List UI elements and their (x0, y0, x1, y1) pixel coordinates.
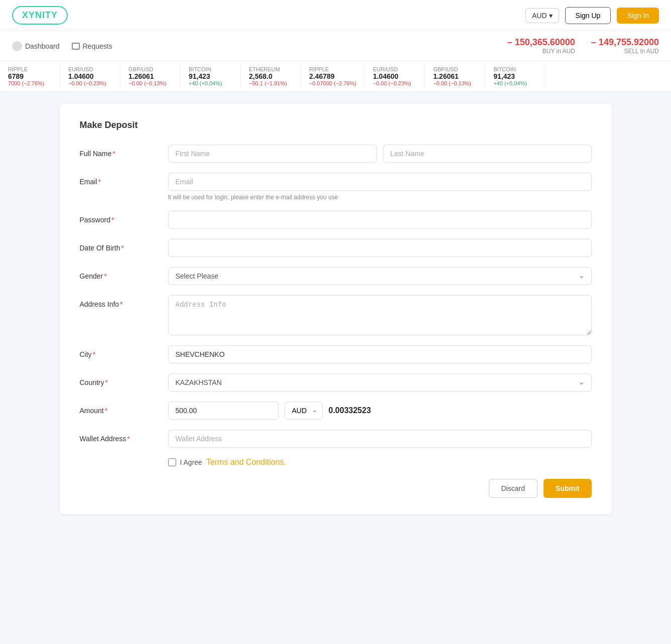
ticker-inner: RIPPLE 6789 7000 (−2.76%) EUR/USD 1.0460… (0, 64, 546, 88)
ticker-price: 1.26061 (433, 72, 477, 80)
ticker-item: RIPPLE 6789 7000 (−2.76%) (0, 64, 60, 88)
country-select[interactable]: KAZAKHSTANAUSTRALIAUSAUK (168, 373, 592, 392)
ticker-price: 91,423 (189, 72, 232, 80)
ticker-change: −0.00 (−0.23%) (373, 80, 417, 86)
ticker-price: 91,423 (493, 72, 537, 80)
wallet-fields (168, 430, 592, 448)
email-label: Email* (80, 173, 160, 186)
name-inputs-row (168, 145, 592, 163)
requests-icon (72, 43, 80, 50)
buy-value: – 150,365.60000 (507, 37, 575, 48)
address-label: Address Info* (80, 295, 160, 308)
currency-value: AUD (532, 12, 547, 20)
email-input[interactable] (168, 173, 592, 191)
gender-select[interactable]: Select PleaseMaleFemaleOther (168, 267, 592, 285)
ticker-name: BITCOIN (189, 66, 232, 72)
header-right: AUD ▾ Sign Up Sign In (525, 7, 659, 24)
sidebar-item-dashboard[interactable]: Dashboard (12, 41, 60, 51)
last-name-input[interactable] (383, 145, 592, 163)
city-label: City* (80, 345, 160, 358)
requests-label: Requests (83, 42, 112, 50)
amount-currency-select[interactable]: AUDUSDEURBTC (285, 402, 323, 420)
password-input[interactable] (168, 211, 592, 229)
wallet-input[interactable] (168, 430, 592, 448)
nav-left: Dashboard Requests (12, 41, 112, 51)
full-name-fields (168, 145, 592, 163)
ticker-name: GBP/USD (128, 66, 172, 72)
address-row: Address Info* (80, 295, 592, 335)
terms-link[interactable]: Terms and Conditions. (206, 458, 286, 467)
sidebar-item-requests[interactable]: Requests (72, 42, 112, 50)
ticker-name: RIPPLE (8, 66, 52, 72)
sell-value: – 149,755.92000 (591, 37, 659, 48)
ticker-price: 2,568.0 (249, 72, 293, 80)
discard-button[interactable]: Discard (489, 479, 538, 498)
dob-row: Date Of Birth* (80, 239, 592, 257)
buy-label: BUY in AUD (507, 48, 575, 55)
converted-value: 0.00332523 (329, 406, 371, 415)
email-fields: It will be used for login, please enter … (168, 173, 592, 201)
ticker-item: ETHEREUM 2,568.0 −50.1 (−1.91%) (241, 64, 301, 88)
gender-label: Gender* (80, 267, 160, 280)
form-title: Make Deposit (80, 120, 592, 131)
country-row: Country* KAZAKHSTANAUSTRALIAUSAUK (80, 373, 592, 392)
ticker-item: EUR/USD 1.04600 −0.00 (−0.23%) (365, 64, 425, 88)
amount-controls: AUDUSDEURBTC 0.00332523 (168, 402, 592, 420)
country-fields: KAZAKHSTANAUSTRALIAUSAUK (168, 373, 592, 392)
ticker-change: −0.07000 (−2.76%) (309, 80, 356, 86)
ticker-change: −0.00 (−0.13%) (433, 80, 477, 86)
header: XYNITY AUD ▾ Sign Up Sign In (0, 0, 671, 31)
full-name-label: Full Name* (80, 145, 160, 158)
amount-currency-wrapper: AUDUSDEURBTC (285, 402, 323, 420)
password-row: Password* (80, 211, 592, 229)
currency-selector[interactable]: AUD ▾ (525, 8, 559, 23)
password-fields (168, 211, 592, 229)
ticker-price: 1.26061 (128, 72, 172, 80)
terms-checkbox[interactable] (168, 458, 176, 466)
ticker-item: BITCOIN 91,423 +40 (+0.04%) (485, 64, 546, 88)
ticker-price: 2.46789 (309, 72, 356, 80)
gender-fields: Select PleaseMaleFemaleOther (168, 267, 592, 285)
first-name-input[interactable] (168, 145, 377, 163)
dashboard-icon (12, 41, 22, 51)
nav-bar: Dashboard Requests – 150,365.60000 BUY i… (0, 31, 671, 61)
signin-button[interactable]: Sign In (617, 8, 659, 24)
ticker-change: −0.00 (−0.13%) (128, 80, 172, 86)
gender-select-wrapper: Select PleaseMaleFemaleOther (168, 267, 592, 285)
sell-label: SELL in AUD (591, 48, 659, 55)
wallet-row: Wallet Address* (80, 430, 592, 448)
ticker-name: BITCOIN (493, 66, 537, 72)
dob-fields (168, 239, 592, 257)
ticker-name: RIPPLE (309, 66, 356, 72)
amount-input[interactable] (168, 402, 279, 420)
full-name-row: Full Name* (80, 145, 592, 163)
ticker-item: GBP/USD 1.26061 −0.00 (−0.13%) (120, 64, 181, 88)
ticker-item: EUR/USD 1.04600 −0.00 (−0.23%) (60, 64, 120, 88)
ticker-bar: RIPPLE 6789 7000 (−2.76%) EUR/USD 1.0460… (0, 61, 671, 92)
ticker-item: GBP/USD 1.26061 −0.00 (−0.13%) (425, 64, 485, 88)
country-select-wrapper: KAZAKHSTANAUSTRALIAUSAUK (168, 373, 592, 392)
ticker-change: −0.00 (−0.23%) (68, 80, 112, 86)
email-hint: It will be used for login, please enter … (168, 194, 592, 201)
submit-button[interactable]: Submit (544, 479, 591, 498)
ticker-price: 6789 (8, 72, 52, 80)
amount-row: Amount* AUDUSDEURBTC 0.00332523 (80, 402, 592, 420)
terms-text: I Agree (180, 458, 202, 466)
form-card: Make Deposit Full Name* Email* It will b… (60, 104, 612, 514)
city-input[interactable] (168, 345, 592, 363)
dob-input[interactable] (168, 239, 592, 257)
logo: XYNITY (12, 6, 68, 25)
city-fields (168, 345, 592, 363)
amount-fields: AUDUSDEURBTC 0.00332523 (168, 402, 592, 420)
ticker-item: BITCOIN 91,423 +40 (+0.04%) (181, 64, 241, 88)
ticker-price: 1.04600 (68, 72, 112, 80)
amount-label: Amount* (80, 402, 160, 415)
ticker-price: 1.04600 (373, 72, 417, 80)
address-input[interactable] (168, 295, 592, 335)
ticker-item: RIPPLE 2.46789 −0.07000 (−2.76%) (301, 64, 365, 88)
chevron-down-icon: ▾ (549, 12, 553, 20)
dashboard-label: Dashboard (25, 42, 60, 50)
ticker-name: ETHEREUM (249, 66, 293, 72)
signup-button[interactable]: Sign Up (565, 7, 611, 24)
terms-row: I Agree Terms and Conditions. (168, 458, 592, 467)
